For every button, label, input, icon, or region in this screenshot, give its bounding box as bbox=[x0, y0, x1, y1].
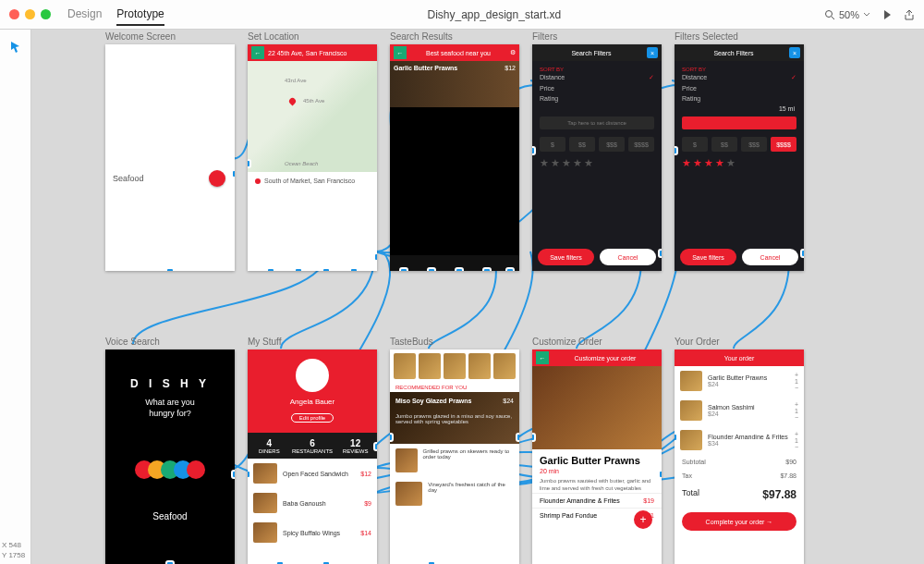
filter-icon[interactable]: ⚙ bbox=[510, 49, 516, 56]
story-strip[interactable] bbox=[390, 349, 519, 383]
connection-node[interactable] bbox=[349, 267, 359, 271]
save-filters-button[interactable]: Save filters bbox=[538, 249, 594, 265]
connection-node[interactable] bbox=[505, 267, 515, 271]
artboard-label[interactable]: Filters bbox=[532, 31, 557, 42]
price-tier-2[interactable]: $$ bbox=[569, 137, 595, 152]
results-list-area[interactable] bbox=[390, 107, 519, 255]
connection-node[interactable] bbox=[248, 470, 251, 479]
connection-node[interactable] bbox=[373, 442, 377, 451]
back-button[interactable]: ← bbox=[394, 46, 407, 59]
connection-node[interactable] bbox=[322, 267, 331, 271]
option-row[interactable]: Flounder Amandine & Frites$19 bbox=[532, 493, 662, 508]
connection-node[interactable] bbox=[455, 267, 464, 271]
sort-price[interactable]: Price bbox=[540, 83, 654, 93]
artboard-label[interactable]: Customize Order bbox=[532, 337, 602, 347]
order-item[interactable]: Salmon Sashimi$24 +1− bbox=[675, 396, 804, 425]
connection-node[interactable] bbox=[266, 267, 275, 271]
save-filters-button[interactable]: Save filters bbox=[680, 249, 736, 265]
map-pin-icon[interactable] bbox=[288, 97, 298, 106]
complete-order-button[interactable]: Complete your order → bbox=[682, 512, 796, 531]
qty-stepper[interactable]: +1− bbox=[795, 401, 798, 421]
play-icon[interactable] bbox=[881, 9, 893, 20]
artboard-filters[interactable]: Search Filters × SORT BY Distance✓ Price… bbox=[532, 44, 662, 271]
connection-node[interactable] bbox=[427, 560, 436, 564]
result-item[interactable]: Garlic Butter Prawns $12 bbox=[390, 61, 519, 107]
connection-node[interactable] bbox=[275, 560, 285, 564]
price-tier-1[interactable]: $ bbox=[682, 137, 708, 152]
list-item[interactable]: Baba Ganoush$9 bbox=[248, 488, 377, 518]
price-tier-2[interactable]: $$ bbox=[711, 137, 737, 152]
connection-node[interactable] bbox=[231, 169, 235, 178]
hero-item[interactable]: Miso Soy Glazed Prawns $24 Jumbo prawns … bbox=[390, 392, 519, 444]
rating-filter[interactable]: ★★★★★ bbox=[682, 157, 796, 169]
artboard-welcome[interactable]: ⌂ Seafood bbox=[105, 44, 235, 271]
qty-stepper[interactable]: +1− bbox=[795, 372, 798, 391]
artboard-customize-order[interactable]: ← Customize your order Garlic Butter Pra… bbox=[532, 349, 662, 564]
connection-node[interactable] bbox=[532, 433, 536, 442]
connection-node[interactable] bbox=[322, 560, 331, 564]
connection-node[interactable] bbox=[800, 249, 804, 258]
record-button[interactable] bbox=[209, 170, 225, 187]
connection-node[interactable] bbox=[165, 560, 175, 564]
connection-node[interactable] bbox=[516, 433, 519, 442]
artboard-label[interactable]: Voice Search bbox=[105, 337, 160, 347]
artboard-label[interactable]: My Stuff bbox=[248, 337, 282, 347]
address-field[interactable]: 22 45th Ave, San Francisco bbox=[268, 50, 346, 56]
artboard-search-results[interactable]: ← Best seafood near you ⚙ Garlic Butter … bbox=[390, 44, 519, 271]
back-button[interactable]: ← bbox=[251, 46, 264, 59]
connection-node[interactable] bbox=[482, 267, 492, 271]
artboard-filters-selected[interactable]: Search Filters × SORT BY Distance✓ Price… bbox=[675, 44, 804, 271]
zoom-control[interactable]: 50% bbox=[824, 9, 870, 20]
list-item[interactable]: Spicy Buffalo Wings$14 bbox=[248, 518, 377, 547]
pointer-tool-icon[interactable] bbox=[6, 37, 26, 57]
list-item[interactable]: Grilled prawns on skewers ready to order… bbox=[390, 444, 519, 477]
minimize-window-icon[interactable] bbox=[25, 9, 35, 19]
connection-node[interactable] bbox=[658, 470, 662, 479]
edit-profile-button[interactable]: Edit profile bbox=[248, 411, 377, 422]
connection-node[interactable] bbox=[675, 146, 678, 155]
artboard-label[interactable]: Welcome Screen bbox=[105, 31, 176, 42]
order-item[interactable]: Flounder Amandine & Frites$34 +1− bbox=[675, 425, 804, 455]
order-item[interactable]: Garlic Butter Prawns$24 +1− bbox=[675, 366, 804, 396]
cancel-button[interactable]: Cancel bbox=[742, 249, 798, 265]
price-tier-4[interactable]: $$$$ bbox=[771, 137, 796, 152]
artboard-label[interactable]: Search Results bbox=[390, 31, 453, 42]
share-icon[interactable] bbox=[904, 9, 915, 20]
sort-price[interactable]: Price bbox=[682, 83, 796, 93]
artboard-set-location[interactable]: ← 22 45th Ave, San Francisco 43rd Ave 45… bbox=[248, 44, 377, 271]
sort-rating[interactable]: Rating bbox=[682, 93, 796, 104]
artboard-my-stuff[interactable]: Angela Bauer Edit profile 4DINERS 6RESTA… bbox=[248, 349, 377, 564]
artboard-tastebuds[interactable]: RECOMMENDED FOR YOU Miso Soy Glazed Praw… bbox=[390, 349, 519, 564]
artboard-label[interactable]: Set Location bbox=[248, 31, 299, 42]
list-item[interactable]: Vineyard's freshest catch of the day bbox=[390, 477, 519, 510]
connection-node[interactable] bbox=[675, 433, 678, 442]
cancel-button[interactable]: Cancel bbox=[600, 249, 656, 265]
rating-filter[interactable]: ★★★★★ bbox=[540, 157, 654, 169]
map-view[interactable]: 43rd Ave 45th Ave Ocean Beach bbox=[248, 61, 377, 172]
connection-node[interactable] bbox=[658, 249, 662, 258]
artboard-label[interactable]: Filters Selected bbox=[675, 31, 738, 42]
connection-node[interactable] bbox=[390, 433, 394, 442]
price-tier-4[interactable]: $$$$ bbox=[628, 137, 654, 152]
sort-rating[interactable]: Rating bbox=[540, 93, 654, 104]
connection-node[interactable] bbox=[231, 470, 235, 479]
connection-node[interactable] bbox=[427, 267, 436, 271]
artboard-your-order[interactable]: Your order Garlic Butter Prawns$24 +1− S… bbox=[675, 349, 804, 564]
price-tier-1[interactable]: $ bbox=[540, 137, 565, 152]
artboard-voice-search[interactable]: D I S H Y What are you hungry for? Seafo… bbox=[105, 349, 235, 564]
connection-node[interactable] bbox=[248, 159, 251, 168]
close-button[interactable]: × bbox=[789, 47, 800, 58]
add-button[interactable]: + bbox=[634, 510, 652, 529]
sort-distance[interactable]: Distance✓ bbox=[540, 72, 654, 83]
tab-design[interactable]: Design bbox=[67, 4, 102, 26]
tab-prototype[interactable]: Prototype bbox=[116, 4, 164, 26]
connection-node[interactable] bbox=[373, 252, 377, 262]
connection-node[interactable] bbox=[532, 146, 536, 155]
close-button[interactable]: × bbox=[647, 47, 658, 58]
close-window-icon[interactable] bbox=[9, 9, 19, 19]
connection-node[interactable] bbox=[399, 267, 408, 271]
artboard-label[interactable]: Your Order bbox=[675, 337, 720, 347]
list-item[interactable]: Open Faced Sandwich$12 bbox=[248, 459, 377, 488]
price-tier-3[interactable]: $$$ bbox=[741, 137, 767, 152]
sort-distance[interactable]: Distance✓ bbox=[682, 72, 796, 83]
